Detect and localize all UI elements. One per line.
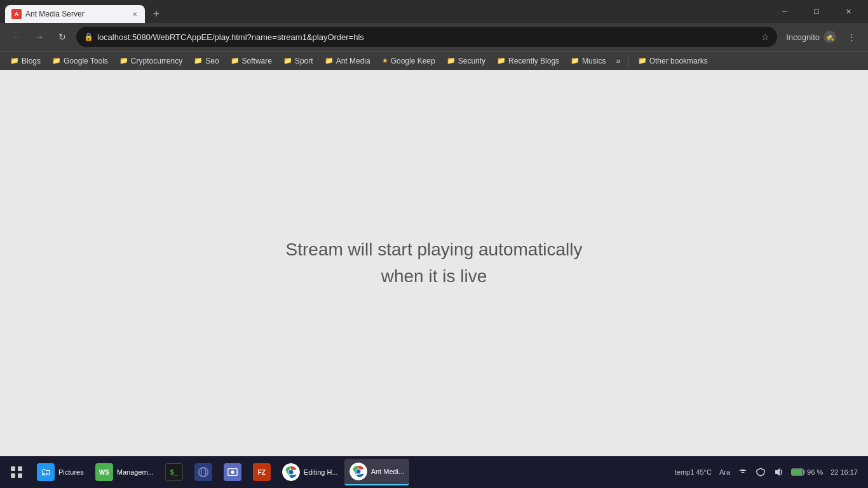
bookmarks-separator — [628, 55, 629, 67]
svg-point-5 — [201, 468, 205, 477]
tab-favicon: A — [11, 9, 22, 19]
bookmark-software[interactable]: 📁 Software — [226, 55, 277, 67]
address-bar: ← → ↻ 🔒 localhost:5080/WebRTCAppEE/play.… — [0, 23, 868, 51]
bookmark-cryptocurrency[interactable]: 📁 Cryptocurrency — [114, 55, 187, 67]
folder-icon: 📁 — [231, 57, 240, 65]
battery-indicator: 96 % — [789, 466, 825, 478]
bookmark-label: Musics — [582, 57, 606, 65]
stream-message-line1: Stream will start playing automatically — [286, 236, 583, 263]
bookmark-label: Seo — [205, 57, 219, 65]
tab-close-button[interactable]: ✕ — [130, 9, 140, 19]
active-tab[interactable]: A Ant Media Server ✕ — [5, 5, 145, 23]
tab-bar: A Ant Media Server ✕ + — [0, 0, 765, 23]
taskbar-files-label: Pictures — [58, 468, 84, 476]
title-bar: A Ant Media Server ✕ + ─ ☐ ✕ — [0, 0, 868, 23]
bookmark-blogs[interactable]: 📁 Blogs — [5, 55, 46, 67]
bookmark-label: Blogs — [22, 57, 41, 65]
bookmark-label: Google Keep — [391, 57, 435, 65]
taskbar-chrome-editing-app[interactable]: Editing H... — [277, 459, 343, 485]
maximize-button[interactable]: ☐ — [802, 1, 831, 22]
bookmark-label: Other bookmarks — [649, 57, 708, 65]
datetime-text: 22 16:17 — [831, 468, 858, 476]
minimize-button[interactable]: ─ — [770, 1, 799, 22]
bookmark-label: Recently Blogs — [508, 57, 559, 65]
vpn-icon[interactable] — [753, 466, 768, 478]
chrome-antmedia-icon — [349, 463, 367, 480]
bookmark-sport[interactable]: 📁 Sport — [278, 55, 318, 67]
window-controls: ─ ☐ ✕ — [765, 0, 868, 23]
bookmark-label: Sport — [295, 57, 313, 65]
close-button[interactable]: ✕ — [834, 1, 863, 22]
chrome-editing-icon — [282, 463, 300, 481]
taskbar-files-app[interactable]: 🗂 Pictures — [32, 459, 89, 485]
webstorm-icon: WS — [95, 463, 113, 481]
taskbar-terminal-app[interactable]: $_ — [160, 459, 188, 485]
system-tray: temp1 45°C Ara 96 % — [667, 466, 865, 478]
network-icon[interactable] — [735, 466, 750, 478]
datetime-display: 22 16:17 — [828, 467, 860, 477]
chrome-browser: A Ant Media Server ✕ + ─ ☐ ✕ ← → ↻ 🔒 loc… — [0, 0, 868, 488]
folder-icon: 📁 — [194, 57, 203, 65]
bookmark-label: Software — [242, 57, 272, 65]
bookmarks-more-button[interactable]: » — [612, 54, 624, 67]
taskbar-grid-button[interactable] — [3, 459, 31, 485]
main-content: Stream will start playing automatically … — [0, 70, 868, 456]
folder-icon: 📁 — [10, 57, 19, 65]
svg-point-10 — [288, 470, 293, 475]
bookmark-label: Google Tools — [64, 57, 108, 65]
svg-point-7 — [231, 470, 234, 473]
bookmark-recently-blogs[interactable]: 📁 Recently Blogs — [492, 55, 564, 67]
taskbar-eclipse-app[interactable] — [189, 459, 217, 485]
screenshot-icon — [224, 463, 241, 481]
bookmark-google-keep[interactable]: ★ Google Keep — [377, 55, 440, 67]
taskbar-ws-label: Managem... — [117, 468, 154, 476]
tab-title: Ant Media Server — [25, 10, 126, 18]
taskbar-chrome-editing-label: Editing H... — [304, 468, 338, 476]
svg-rect-3 — [18, 473, 22, 478]
files-icon: 🗂 — [37, 463, 55, 481]
bookmark-google-tools[interactable]: 📁 Google Tools — [47, 55, 113, 67]
taskbar-webstorm-app[interactable]: WS Managem... — [90, 459, 159, 485]
temp-indicator: temp1 45°C — [672, 467, 714, 477]
bookmark-star-icon[interactable]: ☆ — [761, 32, 770, 42]
search-label: Ara — [719, 468, 730, 476]
taskbar-filezilla-app[interactable]: FZ — [248, 459, 276, 485]
svg-point-4 — [199, 468, 208, 477]
bookmark-label: Security — [458, 57, 485, 65]
url-text: localhost:5080/WebRTCAppEE/play.html?nam… — [97, 32, 757, 42]
taskbar-screenshot-app[interactable] — [219, 459, 247, 485]
grid-icon — [8, 463, 25, 481]
bookmark-other[interactable]: 📁 Other bookmarks — [633, 55, 713, 67]
reload-button[interactable]: ↻ — [53, 28, 71, 46]
search-area[interactable]: Ara — [717, 467, 733, 477]
folder-icon: 📁 — [52, 57, 61, 65]
folder-icon: 📁 — [119, 57, 128, 65]
url-bar[interactable]: 🔒 localhost:5080/WebRTCAppEE/play.html?n… — [76, 27, 777, 47]
folder-icon: 📁 — [571, 57, 580, 65]
battery-text: 96 % — [807, 468, 823, 476]
svg-point-13 — [356, 470, 360, 474]
lock-icon: 🔒 — [84, 32, 93, 41]
terminal-icon: $_ — [165, 463, 183, 481]
menu-button[interactable]: ⋮ — [843, 28, 860, 46]
folder-icon: 📁 — [497, 57, 506, 65]
forward-button[interactable]: → — [31, 28, 48, 46]
bookmark-security[interactable]: 📁 Security — [442, 55, 491, 67]
folder-icon: 📁 — [447, 57, 456, 65]
incognito-label: Incognito — [786, 32, 820, 42]
bookmark-seo[interactable]: 📁 Seo — [189, 55, 224, 67]
bookmark-ant-media[interactable]: 📁 Ant Media — [320, 55, 376, 67]
svg-rect-1 — [18, 466, 22, 471]
volume-icon[interactable] — [771, 466, 786, 478]
folder-icon: 📁 — [638, 57, 647, 65]
filezilla-icon: FZ — [253, 463, 271, 481]
svg-rect-2 — [11, 473, 15, 478]
back-button[interactable]: ← — [8, 28, 25, 46]
bookmark-label: Ant Media — [336, 57, 370, 65]
taskbar: 🗂 Pictures WS Managem... $_ — [0, 456, 868, 488]
bookmark-musics[interactable]: 📁 Musics — [566, 55, 611, 67]
folder-icon: 📁 — [325, 57, 334, 65]
temp-text: temp1 45°C — [675, 468, 712, 476]
new-tab-button[interactable]: + — [147, 5, 165, 23]
taskbar-chrome-antmedia-app[interactable]: Ant Medi... — [344, 459, 410, 485]
